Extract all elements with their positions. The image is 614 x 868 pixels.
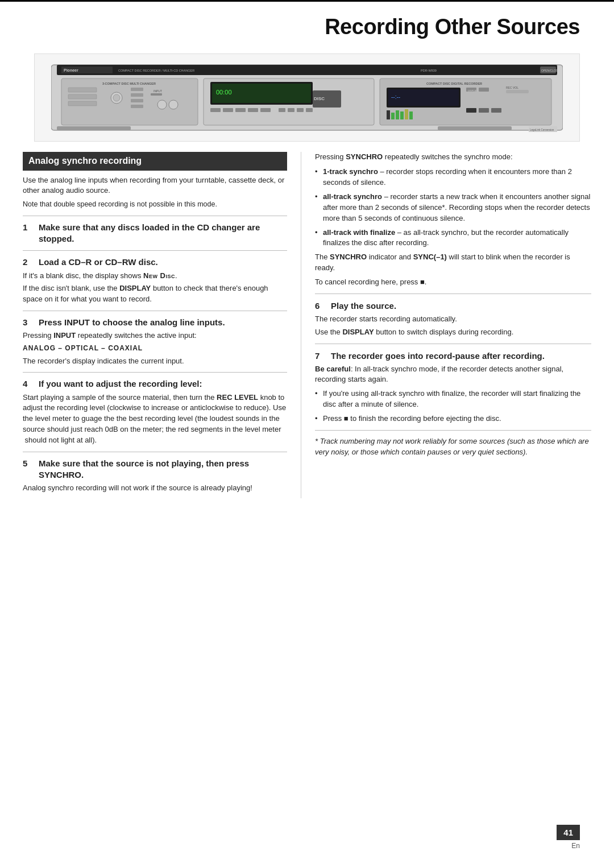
step-1: 1 Make sure that any discs loaded in the…: [23, 222, 287, 245]
display-btn-ref-2: DISPLAY: [342, 328, 374, 336]
svg-point-21: [157, 100, 167, 109]
svg-rect-53: [409, 111, 413, 119]
svg-text:COMPACT DISC DIGITAL RECORDER: COMPACT DISC DIGITAL RECORDER: [426, 82, 482, 85]
step-2-body: If it's a blank disc, the display shows …: [23, 271, 287, 305]
step-4-heading: 4 If you want to adjust the recording le…: [23, 378, 287, 390]
divider-1: [23, 216, 287, 216]
svg-rect-35: [288, 108, 294, 112]
page-container: Recording Other Sources Pioneer COMPACT …: [0, 0, 614, 868]
display-btn-ref: DISPLAY: [119, 284, 151, 292]
step-4: 4 If you want to adjust the recording le…: [23, 378, 287, 445]
svg-text:LegaLink Conversion: LegaLink Conversion: [530, 129, 554, 131]
svg-text:DISC: DISC: [314, 96, 325, 101]
step-7-body-text: Be careful: In all-track synchro mode, i…: [315, 364, 591, 386]
svg-rect-15: [131, 88, 143, 91]
synchro-blink-note: The SYNCHRO indicator and SYNC(–1) will …: [315, 252, 591, 274]
divider-6: [315, 294, 591, 294]
step-2-heading: 2 Load a CD–R or CD–RW disc.: [23, 257, 287, 268]
step-6-heading: 6 Play the source.: [315, 300, 591, 312]
step-7-title: The recorder goes into record-pause afte…: [331, 350, 545, 362]
svg-rect-48: [387, 110, 390, 119]
step-2-title: Load a CD–R or CD–RW disc.: [39, 257, 158, 268]
step-2-body-line1: If it's a blank disc, the display shows …: [23, 271, 287, 282]
step-6-title: Play the source.: [331, 300, 396, 312]
step-6: 6 Play the source. The recorder starts r…: [315, 300, 591, 338]
divider-8: [315, 430, 591, 431]
step-2: 2 Load a CD–R or CD–RW disc. If it's a b…: [23, 257, 287, 305]
step-7-bullets: If you're using all-track synchro with f…: [315, 388, 591, 424]
step-5-title: Make sure that the source is not playing…: [39, 458, 287, 481]
synchro-mode-1: 1-track synchro – recorder stops recordi…: [315, 167, 591, 188]
svg-rect-36: [297, 108, 304, 112]
svg-text:COMPACT DISC RECORDER / MULTI-: COMPACT DISC RECORDER / MULTI-CD CHANGER: [118, 69, 194, 72]
section-heading: Analog synchro recording: [23, 152, 287, 170]
svg-rect-29: [235, 108, 246, 112]
step-3: 3 Press INPUT to choose the analog line …: [23, 317, 287, 366]
section-note: Note that double speed recording is not …: [23, 200, 287, 210]
step-3-body-line1: Pressing INPUT repeatedly switches the a…: [23, 330, 287, 341]
step-5: 5 Make sure that the source is not playi…: [23, 458, 287, 494]
svg-text:PDR-W839: PDR-W839: [421, 69, 437, 72]
divider-4: [23, 372, 287, 373]
divider-7: [315, 344, 591, 344]
step-2-body-line2: If the disc isn't blank, use the DISPLAY…: [23, 283, 287, 305]
step-4-num: 4: [23, 378, 33, 390]
svg-text:INPUT: INPUT: [154, 89, 162, 93]
svg-rect-11: [68, 94, 97, 99]
section-intro: Use the analog line inputs when recordin…: [23, 175, 287, 197]
svg-rect-18: [131, 105, 143, 108]
step-7-body: Be careful: In all-track synchro mode, i…: [315, 364, 591, 424]
mode-1-term: 1-track synchro: [323, 167, 378, 176]
synchro-intro: Pressing SYNCHRO repeatedly switches the…: [315, 152, 591, 162]
be-careful-label: Be careful: [315, 365, 351, 373]
input-seq: ANALOG – OPTICAL – COAXIAL: [23, 344, 287, 353]
rec-level-ref: REC LEVEL: [217, 393, 258, 402]
svg-rect-49: [391, 113, 395, 119]
new-disc-label: New Disc: [143, 271, 175, 280]
step-7: 7 The recorder goes into record-pause af…: [315, 350, 591, 424]
right-column: Pressing SYNCHRO repeatedly switches the…: [301, 152, 591, 498]
divider-5: [23, 452, 287, 452]
svg-text:REC VOL: REC VOL: [506, 86, 518, 89]
svg-rect-60: [438, 126, 512, 130]
step-2-num: 2: [23, 257, 33, 268]
cancel-recording-note: To cancel recording here, press ■.: [315, 277, 591, 288]
svg-text:Pioneer: Pioneer: [64, 68, 78, 72]
svg-rect-52: [405, 109, 408, 119]
step-6-body: The recorder starts recording automatica…: [315, 314, 591, 338]
input-btn-ref: INPUT: [53, 331, 76, 340]
step-5-heading: 5 Make sure that the source is not playi…: [23, 458, 287, 481]
step-3-body-extra: The recorder's display indicates the cur…: [23, 356, 287, 367]
svg-rect-55: [479, 108, 489, 113]
svg-rect-34: [279, 108, 285, 112]
divider-2: [23, 250, 287, 251]
synchro-modes-list: 1-track synchro – recorder stops recordi…: [315, 167, 591, 249]
step-1-title: Make sure that any discs loaded in the C…: [39, 222, 287, 245]
svg-rect-20: [151, 93, 162, 96]
svg-rect-51: [400, 111, 404, 119]
step-7-bullet-2: Press ■ to finish the recording before e…: [315, 414, 591, 424]
synchro-indicator-ref: SYNCHRO: [330, 253, 367, 261]
divider-3: [23, 311, 287, 311]
step-7-heading: 7 The recorder goes into record-pause af…: [315, 350, 591, 362]
step-5-num: 5: [23, 458, 33, 481]
step-6-body-2: Use the DISPLAY button to switch display…: [315, 327, 591, 338]
step-5-body-text: Analog synchro recording will not work i…: [23, 483, 287, 494]
svg-text:3·COMPACT DISC MULTI CHANGER: 3·COMPACT DISC MULTI CHANGER: [102, 82, 156, 85]
svg-rect-31: [260, 108, 271, 112]
svg-point-14: [113, 94, 120, 101]
main-content: Analog synchro recording Use the analog …: [0, 152, 614, 498]
lang-label: En: [571, 841, 580, 851]
step-6-num: 6: [315, 300, 325, 312]
svg-rect-37: [306, 108, 313, 112]
svg-rect-54: [466, 108, 476, 113]
synchro-mode-3: all-track with finalize – as all-track s…: [315, 228, 591, 249]
step-7-bullet-1: If you're using all-track synchro with f…: [315, 388, 591, 410]
footnote: * Track numbering may not work reliably …: [315, 436, 591, 458]
page-header: Recording Other Sources: [0, 0, 614, 48]
step-4-body: Start playing a sample of the source mat…: [23, 392, 287, 446]
step-1-heading: 1 Make sure that any discs loaded in the…: [23, 222, 287, 245]
step-3-heading: 3 Press INPUT to choose the analog line …: [23, 317, 287, 328]
svg-rect-16: [131, 93, 143, 97]
svg-rect-30: [248, 108, 258, 112]
